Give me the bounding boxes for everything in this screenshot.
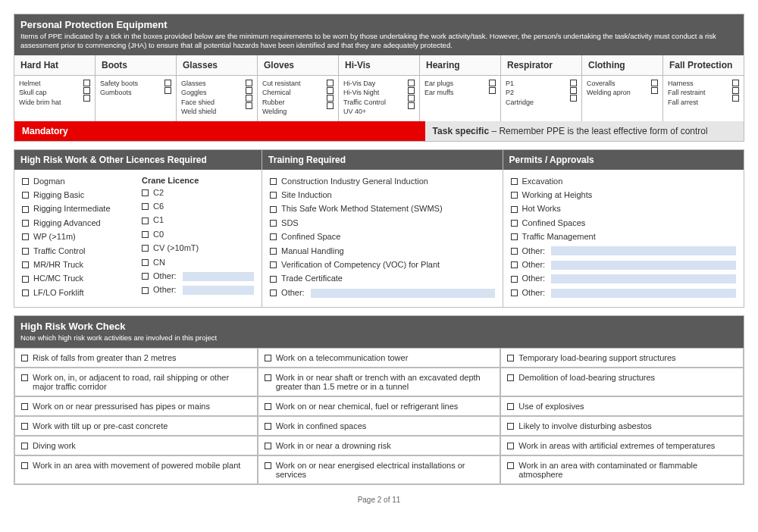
checkbox-icon[interactable] [265,423,271,430]
checkbox-icon[interactable] [511,276,518,283]
checkbox-icon[interactable] [270,276,277,283]
checkbox-icon[interactable] [265,462,271,469]
ppe-item-label: Goggles [181,88,246,98]
checkbox-icon[interactable] [164,87,171,94]
checkbox-icon[interactable] [142,217,149,224]
checkbox-icon[interactable] [265,443,271,449]
other-input[interactable] [551,274,736,283]
checkbox-icon[interactable] [511,192,518,199]
checkbox-icon[interactable] [270,261,277,268]
checkbox-icon[interactable] [265,403,271,410]
checkbox-icon[interactable] [83,87,90,94]
training-list: Construction Industry General InductionS… [262,170,502,308]
checkbox-icon[interactable] [22,276,29,283]
checklist-item: Verification of Competency (VOC) for Pla… [270,259,494,271]
checkbox-icon[interactable] [507,403,514,410]
checkbox-icon[interactable] [511,220,518,227]
checkbox-icon[interactable] [489,87,496,94]
checkbox-icon[interactable] [327,102,334,109]
checkbox-icon[interactable] [511,289,518,296]
other-input[interactable] [551,246,736,255]
checkbox-icon[interactable] [246,102,252,109]
checkbox-icon[interactable] [270,220,277,227]
checkbox-icon[interactable] [270,178,277,185]
ppe-category-header: Boots [96,55,176,76]
checkbox-icon[interactable] [511,206,518,213]
checkbox-icon[interactable] [408,95,415,102]
checkbox-icon[interactable] [408,87,415,94]
checkbox-icon[interactable] [732,80,739,86]
checkbox-icon[interactable] [265,374,271,381]
checkbox-icon[interactable] [246,95,252,102]
checklist-item: Traffic Management [511,231,736,243]
checkbox-icon[interactable] [511,233,518,240]
checkbox-icon[interactable] [142,203,149,210]
checkbox-icon[interactable] [570,95,577,102]
checkbox-icon[interactable] [270,289,277,296]
checkbox-icon[interactable] [327,95,334,102]
checkbox-icon[interactable] [270,206,277,213]
checkbox-icon[interactable] [83,95,90,102]
checkbox-icon[interactable] [570,87,577,94]
checkbox-icon[interactable] [22,192,29,199]
checkbox-icon[interactable] [142,287,149,294]
checkbox-icon[interactable] [21,462,28,469]
checkbox-icon[interactable] [511,178,518,185]
checkbox-icon[interactable] [408,102,415,109]
other-input[interactable] [311,289,495,298]
checkbox-icon[interactable] [246,87,252,94]
ppe-item-label: Traffic Control [343,98,408,108]
checkbox-icon[interactable] [507,423,514,430]
checkbox-icon[interactable] [21,374,28,381]
other-input[interactable] [551,261,736,270]
checkbox-icon[interactable] [22,248,29,255]
checkbox-icon[interactable] [21,355,28,361]
checkbox-icon[interactable] [142,189,149,196]
checkbox-icon[interactable] [22,261,29,268]
checkbox-icon[interactable] [83,80,90,86]
checkbox-icon[interactable] [489,80,496,86]
checkbox-icon[interactable] [570,80,577,86]
item-label: This Safe Work Method Statement (SWMS) [281,203,443,214]
high-risk-label: Work on or near pressurised has pipes or… [33,402,210,411]
checkbox-icon[interactable] [270,248,277,255]
other-input[interactable] [183,272,254,281]
checkbox-icon[interactable] [511,248,518,255]
item-label: HC/MC Truck [33,273,83,284]
checkbox-icon[interactable] [732,95,739,102]
checkbox-icon[interactable] [22,178,29,185]
checkbox-icon[interactable] [246,80,252,86]
checkbox-icon[interactable] [142,259,149,266]
checkbox-icon[interactable] [21,443,28,449]
checkbox-icon[interactable] [164,80,171,86]
checkbox-icon[interactable] [511,261,518,268]
other-input[interactable] [183,286,254,295]
checkbox-icon[interactable] [408,80,415,86]
checkbox-icon[interactable] [22,289,29,296]
checkbox-icon[interactable] [507,355,514,361]
checkbox-icon[interactable] [142,231,149,238]
checkbox-icon[interactable] [651,87,658,94]
checkbox-icon[interactable] [507,462,514,469]
checkbox-icon[interactable] [22,233,29,240]
other-input[interactable] [551,289,736,298]
checkbox-icon[interactable] [507,374,514,381]
checkbox-icon[interactable] [651,80,658,86]
checkbox-icon[interactable] [22,206,29,213]
high-risk-cell: Work on, in, or adjacent to road, rail s… [14,368,258,396]
checkbox-icon[interactable] [142,245,149,252]
checkbox-icon[interactable] [21,403,28,410]
other-item: Other: [511,246,736,257]
checkbox-icon[interactable] [270,192,277,199]
checkbox-icon[interactable] [22,220,29,227]
checkbox-icon[interactable] [732,87,739,94]
checkbox-icon[interactable] [142,273,149,280]
checkbox-icon[interactable] [327,87,334,94]
checklist-item: LF/LO Forklift [22,287,134,299]
checkbox-icon[interactable] [265,355,271,361]
checkbox-icon[interactable] [507,443,514,449]
ppe-subtitle: Items of PPE indicated by a tick in the … [20,32,738,51]
checkbox-icon[interactable] [327,80,334,86]
checkbox-icon[interactable] [270,233,277,240]
checkbox-icon[interactable] [21,423,28,430]
